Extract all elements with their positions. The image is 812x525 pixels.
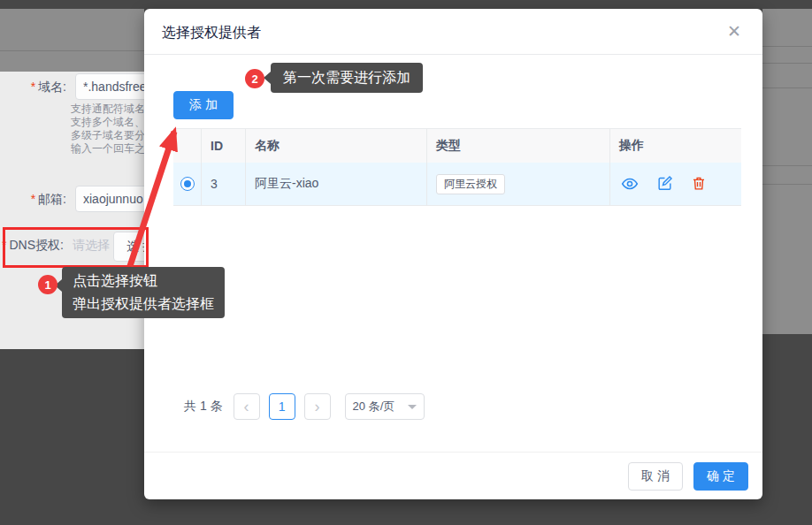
- pagination-next-icon[interactable]: ›: [304, 393, 331, 420]
- close-icon[interactable]: ✕: [724, 21, 745, 42]
- background-divider: [762, 63, 812, 64]
- step-1-tooltip-line2: 弹出授权提供者选择框: [73, 293, 214, 316]
- table-row[interactable]: 3 阿里云-xiao 阿里云授权: [173, 163, 741, 205]
- background-overlay-right: [762, 9, 812, 334]
- background-divider: [762, 184, 812, 185]
- view-eye-icon[interactable]: [621, 175, 639, 193]
- domain-field-label: *域名:: [0, 80, 66, 95]
- background-divider: [0, 50, 144, 51]
- pagination-page-1[interactable]: 1: [269, 393, 295, 420]
- background-divider: [762, 46, 812, 47]
- step-1-badge: 1: [38, 275, 57, 294]
- edit-icon[interactable]: [655, 175, 673, 193]
- table-header-row: ID 名称 类型 操作: [173, 129, 741, 163]
- header-action: 操作: [610, 129, 741, 163]
- add-button[interactable]: 添 加: [173, 91, 234, 119]
- background-divider: [762, 88, 812, 88]
- page-size-value: 20 条/页: [353, 399, 395, 415]
- header-id: ID: [202, 129, 246, 163]
- type-tag: 阿里云授权: [436, 174, 505, 194]
- required-asterisk: *: [31, 192, 35, 206]
- select-auth-provider-dialog: 选择授权提供者 ✕ 添 加 ID 名称 类型 操作 3 阿里云-xiao 阿里云…: [144, 9, 762, 499]
- confirm-button[interactable]: 确 定: [693, 462, 748, 491]
- cancel-button[interactable]: 取 消: [628, 462, 683, 491]
- background-divider: [762, 165, 812, 166]
- page: *域名: 支持通配符域名 支持多个域名、 多级子域名要分 输入一个回车之 *邮箱…: [0, 0, 812, 525]
- background-overlay-left: [0, 9, 144, 72]
- cell-actions: [610, 163, 741, 205]
- required-asterisk: *: [31, 80, 35, 94]
- pagination-prev-icon[interactable]: ‹: [234, 393, 260, 420]
- pagination-total: 共 1 条: [184, 399, 223, 415]
- dns-auth-placeholder: 请选择: [73, 238, 110, 254]
- pagination: 共 1 条 ‹ 1 › 20 条/页: [184, 393, 425, 420]
- provider-table: ID 名称 类型 操作 3 阿里云-xiao 阿里云授权: [173, 128, 741, 206]
- step-2-tooltip: 第一次需要进行添加: [271, 63, 423, 93]
- step-2-badge: 2: [245, 69, 264, 88]
- cell-select: [173, 163, 202, 205]
- header-select-column: [173, 129, 202, 163]
- page-size-select[interactable]: 20 条/页: [345, 393, 425, 420]
- header-name: 名称: [246, 129, 427, 163]
- cell-name: 阿里云-xiao: [246, 163, 427, 205]
- chevron-down-icon: [408, 405, 417, 409]
- domain-help-text: 支持通配符域名 支持多个域名、 多级子域名要分 输入一个回车之: [71, 103, 145, 156]
- email-field-label: *邮箱:: [0, 192, 66, 208]
- cell-type: 阿里云授权: [427, 163, 610, 205]
- step-1-tooltip-line1: 点击选择按钮: [73, 270, 214, 293]
- trash-icon[interactable]: [690, 175, 708, 193]
- radio-selected[interactable]: [180, 177, 195, 191]
- dns-auth-field-label: *DNS授权:: [2, 238, 64, 254]
- modal-title: 选择授权提供者: [162, 24, 261, 42]
- modal-header: 选择授权提供者 ✕: [144, 9, 762, 55]
- required-asterisk: *: [2, 238, 6, 252]
- cell-id: 3: [202, 163, 246, 205]
- step-1-tooltip: 点击选择按钮 弹出授权提供者选择框: [62, 267, 225, 318]
- modal-footer: 取 消 确 定: [144, 452, 762, 499]
- header-type: 类型: [427, 129, 610, 163]
